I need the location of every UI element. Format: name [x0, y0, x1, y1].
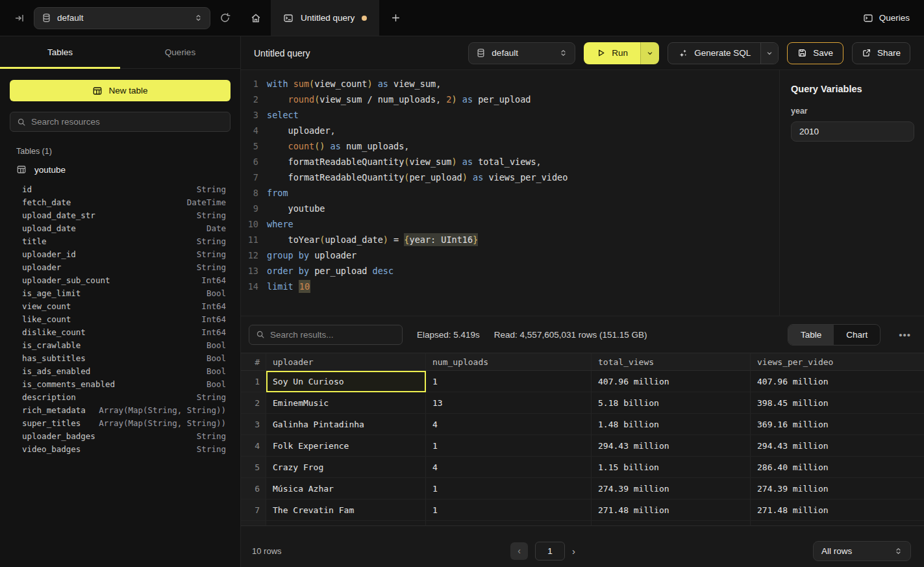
cell-num-uploads[interactable]: 4 — [426, 414, 592, 435]
run-button-label: Run — [612, 48, 628, 58]
cell-total-views[interactable]: 5.18 billion — [592, 392, 751, 414]
collapse-sidebar-button[interactable] — [14, 13, 25, 23]
cell-views-per-video[interactable]: 294.43 million — [751, 435, 924, 457]
code-line: 3select — [241, 107, 779, 123]
cell-num-uploads[interactable]: 4 — [426, 457, 592, 478]
line-number: 4 — [241, 123, 267, 138]
results-table-partial-row — [241, 521, 924, 526]
chevron-down-icon — [766, 49, 773, 57]
code-line: 4uploader, — [241, 123, 779, 138]
schema-column: is_comments_enabledBool — [22, 378, 226, 391]
view-toggle-table[interactable]: Table — [788, 325, 834, 345]
database-selector-toolbar[interactable]: default — [468, 42, 575, 64]
run-split-button: Run — [584, 42, 659, 64]
code-token: select — [267, 110, 299, 120]
sql-editor[interactable]: 1with sum(view_count) as view_sum,2round… — [241, 70, 779, 316]
view-toggle-chart[interactable]: Chart — [834, 325, 880, 345]
schema-column: fetch_dateDateTime — [22, 196, 226, 209]
queries-button[interactable]: Queries — [863, 13, 910, 23]
cell-views-per-video[interactable]: 369.16 million — [751, 414, 924, 435]
table-row: 6Música Azhar1274.39 million274.39 milli… — [241, 478, 924, 499]
share-button[interactable]: Share — [852, 42, 910, 64]
run-button[interactable]: Run — [584, 42, 640, 64]
page-size-selector[interactable]: All rows — [813, 541, 911, 561]
cell-total-views[interactable]: 407.96 million — [592, 371, 751, 392]
run-options-button[interactable] — [640, 42, 659, 64]
tab-untitled-query[interactable]: Untitled query — [271, 0, 379, 36]
results-search[interactable] — [249, 325, 403, 345]
search-resources-input[interactable] — [31, 117, 223, 127]
share-icon — [862, 48, 871, 58]
code-content: youtube — [267, 201, 325, 216]
code-token: , — [536, 157, 542, 167]
cell-num-uploads[interactable]: 1 — [426, 478, 592, 499]
cell-views-per-video[interactable]: 398.45 million — [751, 392, 924, 414]
column-name: dislike_count — [22, 326, 86, 339]
cell-total-views[interactable]: 294.43 million — [592, 435, 751, 457]
code-token: upload_date — [325, 234, 382, 245]
cell-uploader[interactable]: The Crevatin Fam — [266, 499, 426, 521]
column-name: has_subtitles — [22, 352, 86, 365]
cell-num-uploads[interactable]: 1 — [426, 499, 592, 521]
cell-total-views[interactable]: 1.48 billion — [592, 414, 751, 435]
tab-label: Untitled query — [301, 13, 355, 23]
results-more-button[interactable]: ••• — [899, 329, 911, 340]
database-selector-topbar[interactable]: default — [34, 7, 210, 29]
code-token: formatReadableQuantity — [288, 157, 405, 167]
line-number: 10 — [241, 216, 267, 232]
cell-uploader[interactable]: Folk Experience — [266, 435, 426, 457]
cell-num-uploads[interactable]: 13 — [426, 392, 592, 414]
home-button[interactable] — [241, 0, 271, 36]
sidebar-tab-queries[interactable]: Queries — [120, 36, 240, 68]
cell-uploader[interactable]: Soy Un Curioso — [266, 371, 426, 392]
rows-read-stats: Read: 4,557,605,031 rows (151.15 GB) — [494, 330, 647, 340]
plus-icon — [391, 13, 401, 23]
cell-views-per-video[interactable]: 274.39 million — [751, 478, 924, 499]
chevron-up-down-icon — [194, 14, 203, 22]
column-name: uploader — [22, 261, 61, 274]
generate-sql-button[interactable]: Generate SQL — [668, 43, 760, 64]
new-table-button[interactable]: New table — [10, 80, 231, 101]
pagination: ‹ 1 › — [510, 542, 575, 561]
cell-views-per-video[interactable]: 286.40 million — [751, 457, 924, 478]
table-row: 7The Crevatin Fam1271.48 million271.48 m… — [241, 499, 924, 521]
cell-uploader[interactable]: EminemMusic — [266, 392, 426, 414]
refresh-button[interactable] — [219, 12, 231, 23]
code-token: count — [288, 141, 315, 151]
cell-total-views[interactable]: 274.39 million — [592, 478, 751, 499]
code-token: 10 — [299, 280, 310, 293]
sidebar-search[interactable] — [10, 112, 231, 132]
previous-page-button[interactable]: ‹ — [510, 542, 528, 560]
column-type: String — [197, 248, 226, 261]
cell-num-uploads[interactable]: 1 — [426, 435, 592, 457]
sidebar-tab-tables[interactable]: Tables — [0, 36, 120, 68]
save-icon — [797, 48, 807, 58]
save-button-label: Save — [813, 48, 833, 58]
cell-uploader[interactable]: Música Azhar — [266, 478, 426, 499]
schema-column: is_ads_enabledBool — [22, 365, 226, 378]
code-content: order by per_upload desc — [267, 263, 393, 279]
cell-views-per-video[interactable]: 271.48 million — [751, 499, 924, 521]
variable-input-year[interactable] — [791, 121, 914, 142]
code-content: formatReadableQuantity(per_upload) as vi… — [267, 170, 568, 185]
column-type: String — [197, 430, 226, 443]
share-button-label: Share — [877, 48, 901, 58]
query-toolbar: Untitled query default — [241, 36, 924, 70]
sidebar-table-youtube[interactable]: youtube — [10, 164, 231, 175]
search-results-input[interactable] — [270, 330, 395, 340]
generate-sql-options-button[interactable] — [760, 43, 778, 64]
code-line: 10where — [241, 216, 779, 232]
schema-column: uploader_badgesString — [22, 430, 226, 443]
next-page-button[interactable]: › — [572, 546, 575, 557]
cell-uploader[interactable]: Crazy Frog — [266, 457, 426, 478]
cell-uploader[interactable]: Galinha Pintadinha — [266, 414, 426, 435]
schema-column: rich_metadataArray(Map(String, String)) — [22, 404, 226, 417]
new-tab-button[interactable] — [379, 0, 412, 36]
cell-total-views[interactable]: 1.15 billion — [592, 457, 751, 478]
save-button[interactable]: Save — [787, 42, 843, 64]
cell-total-views[interactable]: 271.48 million — [592, 499, 751, 521]
code-token: views_per_video — [483, 172, 568, 183]
cell-num-uploads[interactable]: 1 — [426, 371, 592, 392]
code-line: 11toYear(upload_date) = {year: UInt16} — [241, 232, 779, 247]
cell-views-per-video[interactable]: 407.96 million — [751, 371, 924, 392]
